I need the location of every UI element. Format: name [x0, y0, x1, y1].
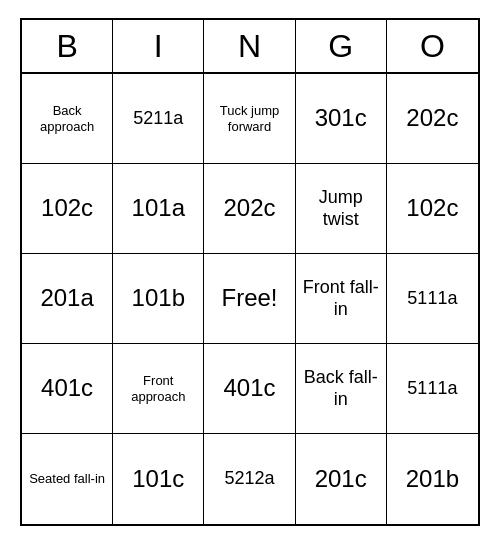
- cell-r4-c1: 101c: [113, 434, 204, 524]
- cell-r0-c3: 301c: [296, 74, 387, 164]
- cell-r4-c3: 201c: [296, 434, 387, 524]
- cell-r4-c2: 5212a: [204, 434, 295, 524]
- cell-r1-c2: 202c: [204, 164, 295, 254]
- header-letter: G: [296, 20, 387, 72]
- cell-r1-c3: Jump twist: [296, 164, 387, 254]
- cell-r3-c0: 401c: [22, 344, 113, 434]
- bingo-card: BINGO Back approach5211aTuck jump forwar…: [20, 18, 480, 526]
- cell-r3-c2: 401c: [204, 344, 295, 434]
- cell-r0-c1: 5211a: [113, 74, 204, 164]
- cell-r2-c1: 101b: [113, 254, 204, 344]
- cell-r1-c4: 102c: [387, 164, 478, 254]
- header-letter: N: [204, 20, 295, 72]
- cell-r3-c1: Front approach: [113, 344, 204, 434]
- cell-r3-c4: 5111a: [387, 344, 478, 434]
- cell-r2-c4: 5111a: [387, 254, 478, 344]
- cell-r2-c2: Free!: [204, 254, 295, 344]
- cell-r0-c2: Tuck jump forward: [204, 74, 295, 164]
- cell-r4-c0: Seated fall-in: [22, 434, 113, 524]
- cell-r1-c0: 102c: [22, 164, 113, 254]
- cell-r3-c3: Back fall-in: [296, 344, 387, 434]
- header-letter: B: [22, 20, 113, 72]
- cell-r2-c3: Front fall-in: [296, 254, 387, 344]
- bingo-header: BINGO: [22, 20, 478, 74]
- bingo-grid: Back approach5211aTuck jump forward301c2…: [22, 74, 478, 524]
- header-letter: O: [387, 20, 478, 72]
- cell-r1-c1: 101a: [113, 164, 204, 254]
- cell-r2-c0: 201a: [22, 254, 113, 344]
- cell-r4-c4: 201b: [387, 434, 478, 524]
- cell-r0-c0: Back approach: [22, 74, 113, 164]
- cell-r0-c4: 202c: [387, 74, 478, 164]
- header-letter: I: [113, 20, 204, 72]
